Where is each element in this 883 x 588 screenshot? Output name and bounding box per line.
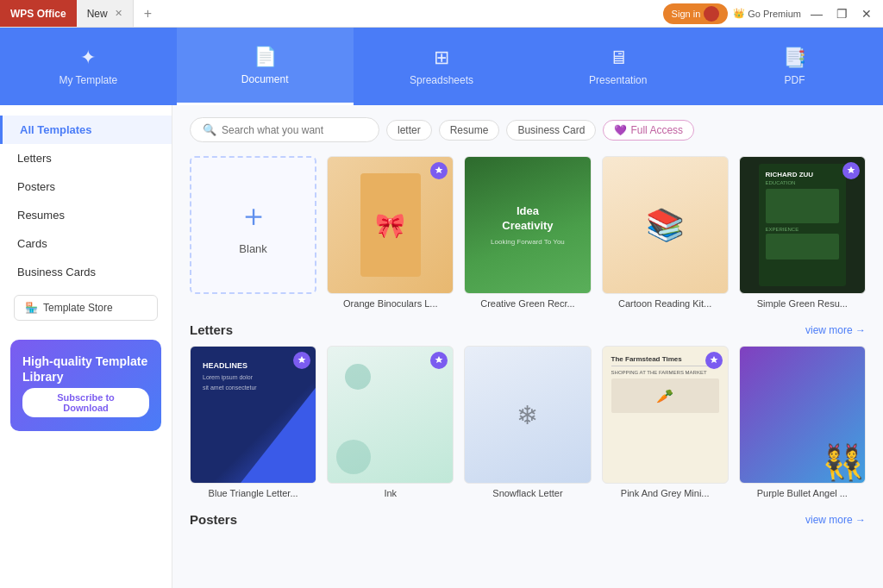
nav-label-spreadsheets: Spreadsheets xyxy=(410,74,473,86)
go-premium-label: Go Premium xyxy=(748,9,801,19)
tab-label: New xyxy=(87,8,108,20)
store-icon: 🏪 xyxy=(25,302,38,314)
green-thumb: IdeaCreativity Looking Forward To You xyxy=(464,156,591,294)
go-premium-button[interactable]: 👑 Go Premium xyxy=(733,8,801,19)
all-templates-label: All Templates xyxy=(20,123,92,136)
orange-thumb: 🎀 xyxy=(327,156,454,294)
full-access-button[interactable]: 💜 Full Access xyxy=(603,120,694,141)
template-card-blank[interactable]: ＋ Blank xyxy=(190,156,316,309)
sidebar-item-all-templates[interactable]: All Templates xyxy=(0,116,172,144)
pdf-icon: 📑 xyxy=(783,47,806,69)
template-name-orange-binoculars: Orange Binoculars L... xyxy=(327,298,454,309)
nav-item-pdf[interactable]: 📑 PDF xyxy=(706,28,883,105)
template-card-purple-bullet[interactable]: 👯 Purple Bullet Angel ... xyxy=(739,346,866,498)
premium-badge-2 xyxy=(842,162,860,179)
letters-grid: HEADLINESLorem ipsum dolorsit amet conse… xyxy=(190,346,866,498)
template-card-snowflack[interactable]: ❄ Snowflack Letter xyxy=(464,346,591,498)
template-name-creative-green: Creative Green Recr... xyxy=(464,298,591,309)
nav-item-presentation[interactable]: 🖥 Presentation xyxy=(529,28,706,105)
search-input[interactable] xyxy=(222,124,360,136)
sign-in-button[interactable]: Sign in xyxy=(663,3,729,24)
nav-label-my-template: My Template xyxy=(59,74,117,86)
business-cards-label: Business Cards xyxy=(17,266,96,278)
newspaper-thumb: The Farmstead Times SHOPPING AT THE FARM… xyxy=(602,346,729,484)
main-layout: All Templates Letters Posters Resumes Ca… xyxy=(0,105,883,588)
blank-thumb: ＋ Blank xyxy=(190,156,316,294)
template-name-cartoon-reading: Cartoon Reading Kit... xyxy=(602,298,729,309)
subscribe-button[interactable]: Subscribe to Download xyxy=(22,388,149,417)
minimize-button[interactable]: — xyxy=(806,7,827,21)
template-name-ink: Ink xyxy=(327,488,454,498)
titlebar-actions: Sign in 👑 Go Premium — ❐ ✕ xyxy=(663,3,883,24)
template-card-blue-triangle[interactable]: HEADLINESLorem ipsum dolorsit amet conse… xyxy=(190,346,316,498)
letters-view-more[interactable]: view more → xyxy=(805,324,866,336)
tab-new[interactable]: New ✕ xyxy=(77,0,134,27)
sidebar-item-letters[interactable]: Letters xyxy=(0,144,172,172)
app-label: WPS Office xyxy=(10,8,66,20)
posters-title: Posters xyxy=(190,512,237,527)
promo-title: High-quality Template Library xyxy=(22,353,149,385)
plus-icon: ＋ xyxy=(238,195,269,237)
letters-section-header: Letters view more → xyxy=(190,322,866,337)
premium-badge xyxy=(430,162,448,179)
template-name-simple-green: Simple Green Resu... xyxy=(739,298,866,309)
add-tab-icon[interactable]: + xyxy=(134,6,162,22)
premium-badge-5 xyxy=(705,352,723,369)
letters-label: Letters xyxy=(17,152,52,165)
template-card-ink[interactable]: Ink xyxy=(327,346,454,498)
ink-thumb xyxy=(327,346,454,484)
premium-badge-4 xyxy=(430,352,448,369)
purple-thumb: 👯 xyxy=(739,346,866,484)
nav-label-presentation: Presentation xyxy=(589,74,647,86)
top-nav: ✦ My Template 📄 Document ⊞ Spreadsheets … xyxy=(0,28,883,105)
cartoon-thumb: 📚 xyxy=(602,156,729,294)
blank-label: Blank xyxy=(239,242,267,255)
nav-item-document[interactable]: 📄 Document xyxy=(177,28,354,105)
tab-close-icon[interactable]: ✕ xyxy=(115,8,122,19)
tag-letter[interactable]: letter xyxy=(386,120,432,141)
featured-grid: ＋ Blank 🎀 Orange Binoculars L... xyxy=(190,156,866,309)
template-name-blue-triangle: Blue Triangle Letter... xyxy=(190,488,316,498)
search-input-wrap[interactable]: 🔍 xyxy=(190,117,379,142)
avatar xyxy=(704,6,719,22)
template-name-pink-grey: Pink And Grey Mini... xyxy=(602,488,729,498)
template-card-cartoon-reading[interactable]: 📚 Cartoon Reading Kit... xyxy=(602,156,729,309)
blue-letter-thumb: HEADLINESLorem ipsum dolorsit amet conse… xyxy=(190,346,316,484)
posters-view-more[interactable]: view more → xyxy=(805,514,866,526)
nav-item-my-template[interactable]: ✦ My Template xyxy=(0,28,177,105)
full-access-label: Full Access xyxy=(630,124,683,136)
snow-thumb: ❄ xyxy=(464,346,591,484)
promo-banner: High-quality Template Library Subscribe … xyxy=(10,340,161,431)
template-card-simple-green[interactable]: RICHARD ZUU EDUCATION EXPERIENCE Simple … xyxy=(739,156,866,309)
sidebar: All Templates Letters Posters Resumes Ca… xyxy=(0,105,172,588)
heart-icon: 💜 xyxy=(614,124,627,136)
template-card-creative-green[interactable]: IdeaCreativity Looking Forward To You Cr… xyxy=(464,156,591,309)
store-label: Template Store xyxy=(43,302,113,314)
tag-resume[interactable]: Resume xyxy=(439,120,500,141)
template-card-orange-binoculars[interactable]: 🎀 Orange Binoculars L... xyxy=(327,156,454,309)
search-icon: 🔍 xyxy=(203,123,216,136)
template-name-snowflack: Snowflack Letter xyxy=(464,488,591,498)
sidebar-item-posters[interactable]: Posters xyxy=(0,172,172,201)
resumes-label: Resumes xyxy=(17,209,65,222)
letters-title: Letters xyxy=(190,322,233,337)
app-logo: WPS Office xyxy=(0,0,77,27)
restore-button[interactable]: ❐ xyxy=(832,7,852,21)
spreadsheets-icon: ⊞ xyxy=(434,47,449,69)
crown-icon: 👑 xyxy=(733,8,745,19)
document-icon: 📄 xyxy=(254,46,277,68)
tag-business-card[interactable]: Business Card xyxy=(506,120,596,141)
sidebar-item-cards[interactable]: Cards xyxy=(0,229,172,258)
posters-label: Posters xyxy=(17,180,55,193)
my-template-icon: ✦ xyxy=(80,47,96,69)
nav-label-document: Document xyxy=(241,73,289,85)
cards-label: Cards xyxy=(17,237,47,250)
presentation-icon: 🖥 xyxy=(609,47,628,69)
nav-item-spreadsheets[interactable]: ⊞ Spreadsheets xyxy=(354,28,530,105)
template-card-pink-grey[interactable]: The Farmstead Times SHOPPING AT THE FARM… xyxy=(602,346,729,498)
template-store-button[interactable]: 🏪 Template Store xyxy=(14,295,158,321)
close-button[interactable]: ✕ xyxy=(857,7,876,21)
sidebar-item-business-cards[interactable]: Business Cards xyxy=(0,258,172,286)
sidebar-item-resumes[interactable]: Resumes xyxy=(0,201,172,229)
template-name-purple-bullet: Purple Bullet Angel ... xyxy=(739,488,866,498)
